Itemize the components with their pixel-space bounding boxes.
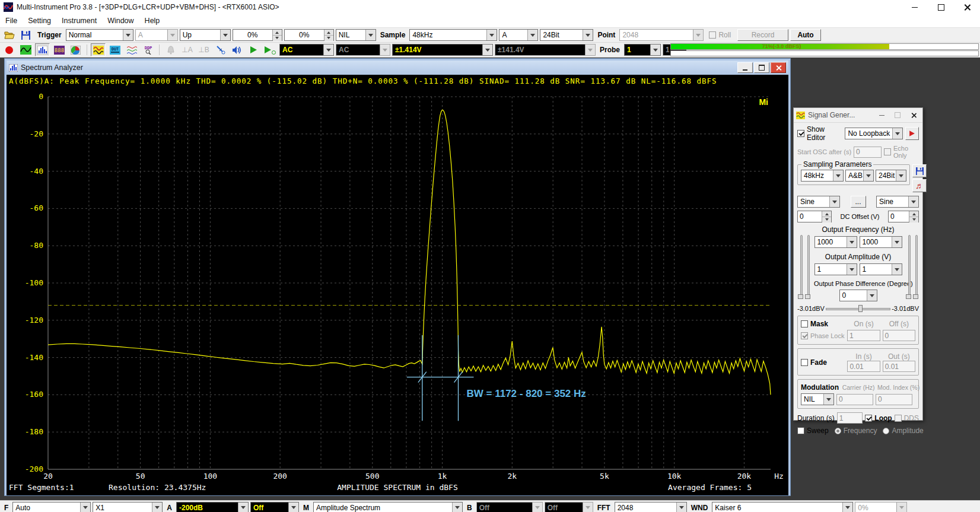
waveform-a-combo[interactable]: Sine <box>797 196 840 208</box>
level-slider-b2[interactable] <box>913 235 918 299</box>
spin-up-icon[interactable] <box>909 211 918 217</box>
range-a-combo[interactable]: ±1.414V <box>392 44 493 56</box>
spectrum-3d-button[interactable] <box>68 43 83 56</box>
phase-combo[interactable]: 0 <box>839 290 877 301</box>
freq-range-combo[interactable]: Auto <box>12 502 91 512</box>
a-range-combo[interactable]: -200dB <box>176 502 249 512</box>
run-continuous-button[interactable] <box>263 43 278 56</box>
svg-text:-200: -200 <box>25 465 43 473</box>
dc-offset-b-spinner[interactable]: 0 <box>888 211 919 222</box>
menu-file[interactable]: File <box>0 17 23 25</box>
maximize-button[interactable] <box>928 0 954 14</box>
spin-up-icon[interactable] <box>273 30 282 36</box>
start-osc-field: 0 <box>854 147 882 158</box>
coupling-b-combo: AC <box>336 44 390 56</box>
menu-window[interactable]: Window <box>102 17 139 25</box>
play-loop-icon <box>265 46 271 53</box>
frequency-b-combo[interactable]: 1000 <box>860 236 902 248</box>
loop-checkbox[interactable]: Loop <box>865 414 892 422</box>
trigger-delay-spinner[interactable]: 0% <box>284 29 334 41</box>
spectrum-restore-button[interactable] <box>754 62 769 73</box>
siggen-titlebar[interactable]: Signal Gener... <box>794 108 922 123</box>
spectrum-3d-icon <box>71 46 81 55</box>
spin-down-icon[interactable] <box>822 217 831 222</box>
modulation-combo[interactable]: NIL <box>801 393 834 405</box>
mask-checkbox[interactable]: Mask <box>801 320 845 328</box>
bandwidth-cursor[interactable]: BW = 1172 - 820 = 352 Hz <box>407 335 586 421</box>
open-file-button[interactable] <box>2 28 17 42</box>
gen-channels-combo[interactable]: A&B <box>845 170 874 182</box>
sound-device-button[interactable] <box>230 43 244 56</box>
dc-offset-a-spinner[interactable]: 0 <box>797 211 832 222</box>
mode-combo[interactable]: Amplitude Spectrum <box>313 502 463 512</box>
menu-setting[interactable]: Setting <box>23 17 56 25</box>
spectrum-chart[interactable]: 0-20-40-60-80-100-120-140-160-180-200205… <box>7 87 788 479</box>
trigger-level-spinner[interactable]: 0% <box>233 29 282 41</box>
gen-rate-combo[interactable]: 48kHz <box>801 170 844 182</box>
zoom-combo[interactable]: X1 <box>93 502 163 512</box>
level-slider-a1[interactable] <box>798 235 803 299</box>
window-function-combo[interactable]: Kaiser 6 <box>712 502 853 512</box>
record-run-button[interactable] <box>2 43 17 56</box>
amplitude-b-combo[interactable]: 1 <box>860 263 902 275</box>
coupling-a-combo[interactable]: AC <box>279 44 334 56</box>
fade-checkbox[interactable]: Fade <box>801 358 845 367</box>
siggen-maximize-button[interactable] <box>891 109 904 121</box>
save-waveform-button[interactable] <box>912 164 927 177</box>
spin-up-icon[interactable] <box>324 30 333 36</box>
multimeter-button[interactable]: 888 <box>52 43 66 56</box>
trigger-toolbar: Trigger Normal A Up 0% 0% NIL Sample 48k… <box>0 28 980 43</box>
menu-help[interactable]: Help <box>139 17 166 25</box>
level-slider-b1[interactable] <box>906 235 911 299</box>
spectrum-close-button[interactable] <box>771 62 786 73</box>
waveform-more-button[interactable]: ... <box>851 196 866 208</box>
trigger-mode-combo[interactable]: Normal <box>66 29 133 41</box>
calibration-button[interactable] <box>213 43 228 56</box>
multimeter-icon: 888 <box>54 46 65 55</box>
siggen-run-button[interactable] <box>905 127 919 140</box>
spectrum-analyzer-button[interactable] <box>35 43 50 56</box>
spin-down-icon[interactable] <box>909 217 918 222</box>
ddp-viewer-button[interactable]: DDP <box>141 43 155 56</box>
fft-size-combo[interactable]: 2048 <box>615 502 687 512</box>
amplitude-a-combo[interactable]: 1 <box>814 263 857 275</box>
spin-down-icon[interactable] <box>273 36 282 41</box>
oscilloscope-button[interactable] <box>18 43 33 56</box>
sample-rate-combo[interactable]: 48kHz <box>409 29 497 41</box>
gen-bits-combo[interactable]: 24Bit <box>876 170 906 182</box>
run-button[interactable] <box>246 43 261 56</box>
waveform-b-combo[interactable]: Sine <box>876 196 919 208</box>
spin-down-icon[interactable] <box>324 36 333 41</box>
menu-instrument[interactable]: Instrument <box>56 17 102 25</box>
probe-a-combo[interactable]: 1 <box>624 44 661 56</box>
sweep-checkbox[interactable]: Sweep <box>797 427 829 435</box>
auto-button[interactable]: Auto <box>790 29 821 41</box>
derived-data-button[interactable] <box>124 43 139 56</box>
device-test-plan-button[interactable]: DUT <box>107 43 122 56</box>
show-editor-checkbox[interactable]: Show Editor <box>797 125 842 142</box>
a-ref-combo[interactable]: Off <box>250 502 299 512</box>
spin-up-icon[interactable] <box>822 211 831 217</box>
spectrum-titlebar[interactable]: Spectrum Analyzer <box>7 61 788 75</box>
hpf-combo[interactable]: NIL <box>336 29 376 41</box>
trigger-edge-combo[interactable]: Up <box>180 29 231 41</box>
master-level-slider[interactable] <box>826 304 890 313</box>
svg-text:5k: 5k <box>600 472 609 479</box>
sample-channel-combo[interactable]: A <box>499 29 538 41</box>
music-file-button[interactable]: ♬ <box>912 179 927 192</box>
level-slider-a2[interactable] <box>805 235 810 299</box>
frequency-a-combo[interactable]: 1000 <box>814 236 857 248</box>
siggen-minimize-button[interactable] <box>875 109 888 121</box>
minimize-button[interactable] <box>902 0 928 14</box>
close-button[interactable] <box>954 0 980 14</box>
loopback-combo[interactable]: No Loopback <box>845 128 903 139</box>
range-b-combo: ±141.4V <box>495 44 596 56</box>
chevron-down-icon <box>486 30 497 40</box>
signal-generator-button[interactable] <box>91 43 106 56</box>
bit-depth-combo[interactable]: 24Bit <box>540 29 593 41</box>
siggen-close-button[interactable] <box>907 109 920 121</box>
chevron-down-icon <box>833 170 843 181</box>
save-file-button[interactable] <box>18 28 33 42</box>
spectrum-minimize-button[interactable] <box>737 62 753 73</box>
svg-text:DUT: DUT <box>111 47 119 52</box>
